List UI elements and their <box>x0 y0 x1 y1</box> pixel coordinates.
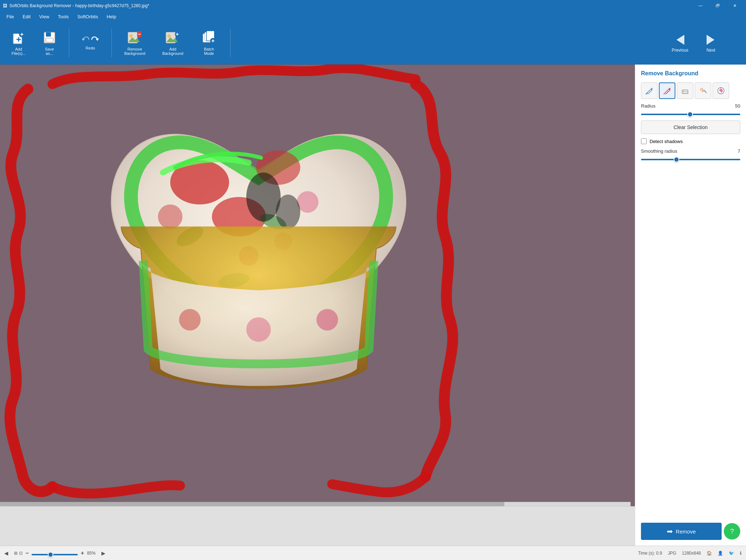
magic-wand-tool-button[interactable] <box>695 82 711 99</box>
remove-background-icon <box>128 30 142 45</box>
radius-slider[interactable] <box>641 114 740 115</box>
detect-shadows-label[interactable]: Detect shadows <box>650 139 683 144</box>
pencil-tool-button[interactable] <box>641 82 657 99</box>
svg-marker-27 <box>676 35 684 45</box>
canvas-area[interactable] <box>0 65 635 546</box>
save-as-icon <box>42 30 57 45</box>
select-icon[interactable]: ⊡ <box>19 551 23 556</box>
previous-icon <box>673 33 687 46</box>
help-icon: ? <box>730 528 734 535</box>
close-button[interactable]: ✕ <box>727 0 743 11</box>
svg-point-49 <box>702 90 703 91</box>
zoom-icons-row: ⊞ ⊡ <box>14 551 23 556</box>
window-controls: — 🗗 ✕ <box>692 0 743 11</box>
svg-point-11 <box>129 34 133 38</box>
svg-marker-28 <box>707 35 714 45</box>
smoothing-radius-slider[interactable] <box>641 159 740 160</box>
add-files-button[interactable]: AddFile(s)... <box>4 25 33 61</box>
remove-arrow-icon: ➡ <box>667 527 673 536</box>
statusbar-right: Time (s): 0.9 JPG 1280x848 🏠 👤 🐦 ℹ <box>638 551 742 556</box>
format-label: JPG <box>668 551 676 556</box>
toolbar-sep-2 <box>111 29 112 57</box>
remove-button[interactable]: ➡ Remove <box>641 523 722 540</box>
clear-selection-button[interactable]: Clear Selection <box>641 120 740 134</box>
smoothing-radius-value: 7 <box>727 148 740 154</box>
svg-line-55 <box>703 91 704 92</box>
svg-rect-7 <box>46 32 51 37</box>
add-background-label: AddBackground <box>162 47 184 56</box>
radius-section: Radius 50 <box>641 103 740 116</box>
main-area: Remove Background <box>0 65 746 546</box>
smoothing-radius-label: Smoothing radius <box>641 148 677 154</box>
maximize-button[interactable]: 🗗 <box>709 0 726 11</box>
next-label: Next <box>707 48 716 53</box>
app-icon: 🖼 <box>3 3 7 8</box>
batch-mode-button[interactable]: BatchMode <box>193 25 225 61</box>
previous-label: Previous <box>672 48 689 53</box>
zoom-in-icon[interactable]: + <box>81 550 84 556</box>
right-panel: Remove Background <box>635 65 746 546</box>
add-files-icon <box>11 30 26 45</box>
redo-button[interactable]: Redo <box>74 25 106 61</box>
image-background <box>0 65 635 506</box>
detect-shadows-row: Detect shadows <box>641 138 740 144</box>
help-button[interactable]: ? <box>724 523 740 540</box>
zoom-out-icon[interactable]: − <box>25 550 29 556</box>
eraser-tool-button[interactable] <box>677 82 693 99</box>
save-as-label: Saveas... <box>45 47 54 56</box>
menu-view[interactable]: View <box>35 13 53 21</box>
radius-value: 50 <box>727 103 740 109</box>
panel-title: Remove Background <box>641 70 740 77</box>
image-container <box>0 65 635 506</box>
remove-background-button[interactable]: RemoveBackground <box>117 25 153 61</box>
svg-line-54 <box>701 89 702 89</box>
home-icon[interactable]: 🏠 <box>707 551 712 556</box>
batch-mode-label: BatchMode <box>204 47 214 56</box>
scroll-left-icon[interactable]: ◀ <box>4 550 8 556</box>
red-marker-tool-button[interactable] <box>659 82 675 99</box>
add-background-button[interactable]: AddBackground <box>155 25 191 61</box>
next-icon <box>704 33 718 46</box>
menu-softorbits[interactable]: SoftOrbits <box>74 13 102 21</box>
svg-point-16 <box>167 34 171 38</box>
svg-rect-9 <box>47 39 52 42</box>
menu-help[interactable]: Help <box>103 13 120 21</box>
time-label: Time (s): 0.9 <box>638 551 662 556</box>
minimize-button[interactable]: — <box>692 0 709 11</box>
redo-label: Redo <box>86 46 95 50</box>
twitter-icon[interactable]: 🐦 <box>729 551 734 556</box>
share-icon[interactable]: 👤 <box>718 551 723 556</box>
detect-shadows-checkbox[interactable] <box>641 138 647 144</box>
menu-edit[interactable]: Edit <box>19 13 34 21</box>
tool-buttons-row <box>641 82 740 99</box>
toolbar-sep-1 <box>69 29 69 57</box>
statusbar: ◀ ⊞ ⊡ − + 85% ▶ Time (s): 0.9 JPG 1280x8… <box>0 546 746 560</box>
save-as-button[interactable]: Saveas... <box>35 25 64 61</box>
toolbar: AddFile(s)... Saveas... Redo <box>0 22 746 65</box>
svg-line-48 <box>704 90 707 93</box>
menu-tools[interactable]: Tools <box>54 13 72 21</box>
titlebar: 🖼 SoftOrbits Background Remover - happy-… <box>0 0 746 11</box>
remove-background-label: RemoveBackground <box>124 47 146 56</box>
horizontal-scrollbar[interactable] <box>0 502 631 506</box>
fit-icon[interactable]: ⊞ <box>14 551 18 556</box>
info-icon[interactable]: ℹ <box>740 551 742 556</box>
menubar: File Edit View Tools SoftOrbits Help <box>0 11 746 22</box>
scroll-right-icon[interactable]: ▶ <box>101 550 105 556</box>
add-files-label: AddFile(s)... <box>11 47 26 56</box>
undo-redo-icons <box>82 36 99 44</box>
zoom-label: 85% <box>87 551 96 556</box>
menu-file[interactable]: File <box>3 13 18 21</box>
scrollbar-thumb[interactable] <box>0 502 504 506</box>
next-button[interactable]: Next <box>697 25 725 61</box>
toolbar-sep-3 <box>230 29 231 57</box>
radius-label: Radius <box>641 103 655 109</box>
zoom-slider[interactable] <box>32 554 78 555</box>
smoothing-radius-section: Smoothing radius 7 <box>641 148 740 161</box>
previous-button[interactable]: Previous <box>666 25 694 61</box>
thumbnail-strip <box>0 506 635 546</box>
batch-mode-icon <box>202 30 216 45</box>
dimensions-label: 1280x848 <box>682 551 701 556</box>
color-select-tool-button[interactable] <box>713 82 729 99</box>
svg-point-58 <box>720 90 722 91</box>
